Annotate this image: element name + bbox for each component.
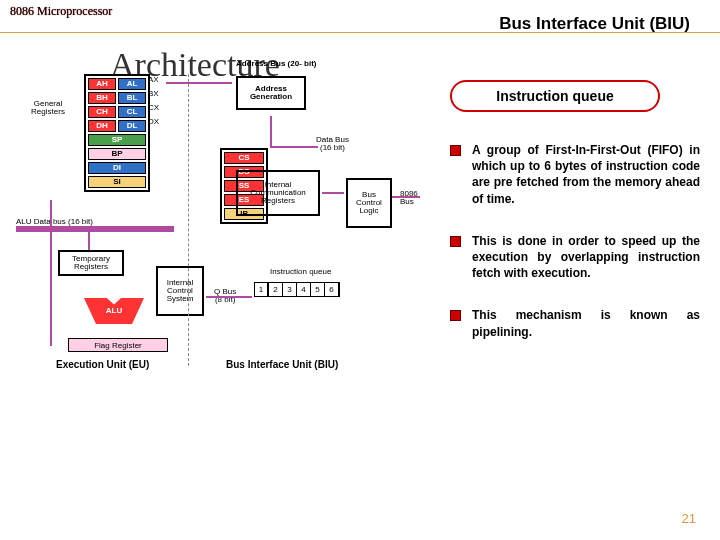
address-generation-box: Address Generation <box>236 76 306 110</box>
alu: ALU <box>84 298 144 324</box>
bullet-list: A group of First-In-First-Out (FIFO) in … <box>450 142 700 340</box>
general-registers-label: General Registers <box>20 100 76 116</box>
alu-bus-wire <box>16 226 174 232</box>
reg-bx: BX <box>148 90 159 98</box>
address-bus-label: Address Bus (20- bit) <box>236 60 316 68</box>
instruction-queue: 1 2 3 4 5 6 <box>254 282 340 297</box>
page-title: Bus Interface Unit (BIU) <box>499 14 690 34</box>
corner-title: 8086 Microprocessor <box>10 4 112 19</box>
data-bus-label: Data Bus (16 bit) <box>316 136 349 152</box>
flag-register: Flag Register <box>68 338 168 352</box>
temp-registers-box: Temporary Registers <box>58 250 124 276</box>
biu-label: Bus Interface Unit (BIU) <box>226 360 338 370</box>
architecture-diagram: Address Bus (20- bit) Address Generation… <box>6 60 436 370</box>
reg-ax: AX <box>148 76 159 84</box>
queue-label: Instruction queue <box>270 268 331 276</box>
instruction-queue-badge: Instruction queue <box>450 80 660 112</box>
eu-label: Execution Unit (EU) <box>56 360 149 370</box>
eu-biu-divider <box>188 74 189 366</box>
list-item: This mechanism is known as pipelining. <box>450 307 700 339</box>
bus-side-label: 8086 Bus <box>400 190 418 206</box>
general-registers: AHAL BHBL CHCL DHDL SP BP DI SI <box>84 74 150 192</box>
ics-box: Internal Control System <box>156 266 204 316</box>
slide-number: 21 <box>682 511 696 526</box>
reg-dx: DX <box>148 118 159 126</box>
icr-box: Internal Communication Registers <box>236 170 320 216</box>
reg-cx: CX <box>148 104 159 112</box>
right-column: Instruction queue A group of First-In-Fi… <box>450 80 700 366</box>
alu-bus-label: ALU Data bus (16 bit) <box>16 218 93 226</box>
list-item: This is done in order to speed up the ex… <box>450 233 700 282</box>
bcl-box: Bus Control Logic <box>346 178 392 228</box>
list-item: A group of First-In-First-Out (FIFO) in … <box>450 142 700 207</box>
